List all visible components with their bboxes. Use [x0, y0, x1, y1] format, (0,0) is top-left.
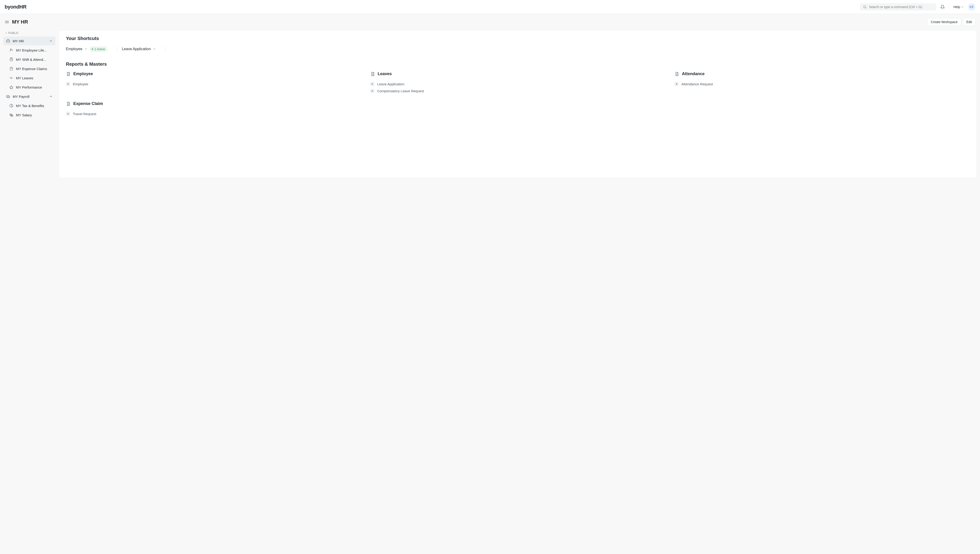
shortcuts-heading: Your Shortcuts — [66, 36, 970, 41]
sidebar-item-my-leaves[interactable]: MY Leaves — [3, 73, 56, 82]
search-placeholder: Search or type a command (Ctrl + G) — [869, 5, 922, 9]
sidebar-item-label: MY HR — [13, 39, 46, 43]
reports-heading: Reports & Masters — [66, 62, 970, 67]
chevron-down-icon — [5, 32, 7, 34]
sidebar-item-my-hr[interactable]: MY HR — [3, 37, 56, 45]
shortcut: Employee1 Active — [66, 46, 112, 52]
navbar: byondHR Search or type a command (Ctrl +… — [0, 0, 980, 14]
sidebar-item-label: MY Employee Life... — [16, 48, 53, 52]
notifications-button[interactable] — [940, 5, 945, 9]
main-content: Your Shortcuts Employee1 ActiveLeave App… — [59, 30, 977, 178]
sidebar-item-my-performance[interactable]: MY Performance — [3, 83, 56, 92]
document-icon — [674, 72, 679, 76]
chevron-down-icon — [961, 6, 964, 8]
status-badge: 1 Active — [89, 46, 107, 52]
page-header: MY HR Create Workspace Edit — [0, 14, 980, 30]
heartbeat-icon — [9, 76, 13, 80]
sidebar-item-label: MY Payroll — [13, 95, 46, 99]
sidebar-item-my-salary[interactable]: MY Salary — [3, 110, 56, 119]
card-item-employee[interactable]: Employee — [66, 80, 361, 88]
shortcut-label: Leave Application — [122, 47, 151, 51]
edit-button[interactable]: Edit — [963, 18, 975, 26]
create-workspace-button[interactable]: Create Workspace — [927, 18, 961, 26]
bullet-icon — [674, 82, 679, 86]
page-header-actions: Create Workspace Edit — [927, 18, 975, 26]
star-icon — [9, 85, 13, 89]
sidebar-section-public[interactable]: PUBLIC — [3, 30, 56, 36]
sidebar-section-label-text: PUBLIC — [8, 32, 19, 35]
card-title: Employee — [73, 72, 93, 76]
sidebar-item-my-shift-attend[interactable]: MY Shift & Attend... — [3, 55, 56, 64]
receipt-icon — [9, 67, 13, 71]
chart-icon — [9, 103, 13, 108]
sidebar-item-my-tax-benefits[interactable]: MY Tax & Benefits — [3, 101, 56, 110]
arrow-upright-icon — [84, 48, 87, 51]
card-header: Expense Claim — [66, 101, 361, 106]
card-item-label: Travel Request — [73, 112, 96, 116]
card-item-attendance-request[interactable]: Attendance Request — [674, 80, 970, 88]
navbar-right: Search or type a command (Ctrl + G) Help… — [860, 3, 975, 11]
shortcut-link-employee[interactable]: Employee — [66, 47, 87, 51]
page-header-left: MY HR — [5, 19, 28, 25]
chevron-up-icon — [49, 95, 53, 98]
card-header: Attendance — [674, 72, 970, 76]
brand-logo[interactable]: byondHR — [5, 4, 26, 10]
sidebar-toggle[interactable] — [5, 20, 9, 24]
sidebar-item-my-expense-claims[interactable]: MY Expense Claims — [3, 64, 56, 73]
shortcut: Leave Application — [122, 47, 161, 51]
hamburger-icon — [5, 20, 9, 24]
card-item-compensatory-leave-request[interactable]: Compensatory Leave Request — [370, 88, 665, 94]
shortcuts-row: Employee1 ActiveLeave Application — [66, 46, 970, 52]
sidebar-item-label: MY Performance — [16, 85, 53, 89]
page-title: MY HR — [12, 19, 28, 25]
sidebar-item-label: MY Shift & Attend... — [16, 57, 53, 62]
card-item-label: Compensatory Leave Request — [377, 89, 424, 93]
cards-grid: EmployeeEmployeeLeavesLeave ApplicationC… — [66, 72, 970, 117]
search-input[interactable]: Search or type a command (Ctrl + G) — [860, 3, 936, 11]
clipboard-check-icon — [9, 57, 13, 62]
card-item-label: Attendance Request — [681, 82, 713, 86]
shortcut-link-leave-application[interactable]: Leave Application — [122, 47, 156, 51]
shortcut-label: Employee — [66, 47, 82, 51]
card-header: Leaves — [370, 72, 665, 76]
card-header: Employee — [66, 72, 361, 76]
arrow-upright-icon — [153, 48, 156, 51]
card-item-label: Leave Application — [377, 82, 405, 86]
document-icon — [66, 102, 70, 106]
bullet-icon — [370, 89, 374, 93]
document-icon — [370, 72, 375, 76]
search-icon — [863, 5, 867, 9]
chevron-up-icon — [49, 39, 53, 43]
bullet-icon — [370, 82, 374, 86]
user-plus-icon — [9, 48, 13, 52]
help-menu[interactable]: Help — [953, 5, 964, 9]
card-title: Attendance — [682, 72, 704, 76]
document-icon — [66, 72, 70, 76]
card-attendance: AttendanceAttendance Request — [674, 72, 970, 94]
briefcase-icon — [6, 39, 10, 43]
sidebar: PUBLIC MY HRMY Employee Life...MY Shift … — [3, 30, 56, 119]
help-label: Help — [953, 5, 960, 9]
card-item-leave-application[interactable]: Leave Application — [370, 80, 665, 88]
card-title: Expense Claim — [73, 101, 103, 106]
user-avatar[interactable]: KE — [968, 3, 975, 11]
card-employee: EmployeeEmployee — [66, 72, 361, 94]
card-item-label: Employee — [73, 82, 88, 86]
bell-icon — [940, 5, 945, 9]
sidebar-item-label: MY Salary — [16, 113, 53, 117]
layout: PUBLIC MY HRMY Employee Life...MY Shift … — [0, 30, 980, 183]
sidebar-item-my-employee-life[interactable]: MY Employee Life... — [3, 46, 56, 54]
sidebar-item-label: MY Tax & Benefits — [16, 104, 53, 108]
card-expense-claim: Expense ClaimTravel Request — [66, 101, 361, 117]
coins-icon — [9, 113, 13, 117]
bullet-icon — [66, 112, 70, 116]
bullet-icon — [66, 82, 70, 86]
sidebar-item-label: MY Leaves — [16, 76, 53, 80]
card-leaves: LeavesLeave ApplicationCompensatory Leav… — [370, 72, 665, 94]
sidebar-item-my-payroll[interactable]: MY Payroll — [3, 92, 56, 101]
sidebar-item-label: MY Expense Claims — [16, 67, 53, 71]
payroll-icon — [6, 94, 10, 99]
svg-line-1 — [865, 8, 866, 8]
card-title: Leaves — [378, 72, 392, 76]
card-item-travel-request[interactable]: Travel Request — [66, 110, 361, 117]
